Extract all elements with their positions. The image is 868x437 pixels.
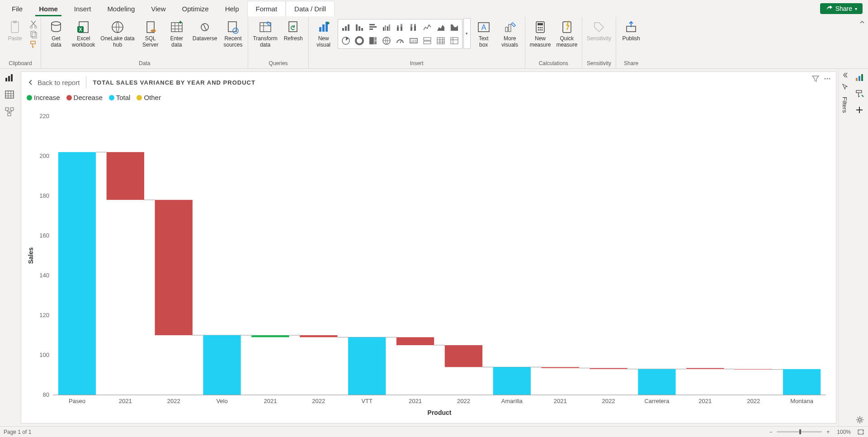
svg-rect-33 [389,24,390,31]
menu-tab-data-drill[interactable]: Data / Drill [286,1,335,16]
table-view-icon[interactable] [5,90,14,100]
gallery-multi-card-icon[interactable] [421,35,433,47]
enter-data-button[interactable]: Enter data [165,18,189,50]
bar-Velo[interactable] [203,335,241,395]
menu-tab-insert[interactable]: Insert [66,1,99,16]
gallery-card-icon[interactable]: 123 [408,35,420,47]
svg-rect-71 [5,91,14,98]
bar-2021[interactable] [251,335,289,337]
menu-tab-modeling[interactable]: Modeling [99,1,143,16]
gallery-area-chart-icon[interactable] [435,21,447,33]
cut-icon[interactable] [29,20,38,29]
zoom-slider[interactable] [777,431,822,432]
format-painter-icon[interactable] [29,40,38,49]
svg-rect-72 [5,108,9,110]
visualizations-pane-icon[interactable] [854,72,864,82]
onelake-icon [110,20,125,34]
svg-rect-56 [505,27,508,32]
gallery-donut-icon[interactable] [354,35,365,47]
get-data-button[interactable]: Get data [44,18,68,50]
bar-2022[interactable] [300,335,337,337]
gallery-100-stacked-icon[interactable] [408,21,420,33]
transform-data-button[interactable]: Transform data [251,18,279,50]
more-options-icon[interactable] [823,75,831,83]
onelake-button[interactable]: OneLake data hub [99,18,136,50]
bar-2021[interactable] [542,367,579,368]
legend-total[interactable]: Total [109,94,131,101]
gallery-line-chart-icon[interactable] [421,21,433,33]
menu-tab-home[interactable]: Home [31,1,66,16]
group-label-clipboard: Clipboard [3,59,38,67]
svg-text:2021: 2021 [554,398,567,404]
svg-text:123: 123 [411,39,416,43]
bar-2021[interactable] [686,368,724,369]
bar-Montana[interactable] [783,369,821,395]
sensitivity-button[interactable]: Sensitivity [585,18,613,43]
menu-tab-format[interactable]: Format [247,1,286,16]
bar-Amarilla[interactable] [493,367,531,395]
gallery-map-icon[interactable] [381,35,392,47]
sql-server-button[interactable]: SQL Server [138,18,163,50]
back-to-report-button[interactable]: Back to report [28,79,80,86]
recent-sources-button[interactable]: Recent sources [221,18,245,50]
menu-tab-optimize[interactable]: Optimize [174,1,217,16]
fit-to-page-icon[interactable] [857,428,864,436]
share-button[interactable]: Share ▾ [820,3,863,14]
settings-gear-icon[interactable] [855,415,864,424]
paste-button[interactable]: Paste [3,18,27,43]
gallery-stacked-bar-icon[interactable] [340,21,352,33]
ribbon-group-sensitivity: Sensitivity Sensitivity [582,17,616,68]
gallery-gauge-icon[interactable] [394,35,406,47]
menu-tab-file[interactable]: File [4,1,31,16]
legend-decrease[interactable]: Decrease [66,94,103,101]
gallery-pie-icon[interactable] [340,35,352,47]
menu-tab-view[interactable]: View [143,1,174,16]
bar-VTT[interactable] [348,337,386,395]
bar-2022[interactable] [445,345,482,367]
quick-measure-button[interactable]: Quick measure [554,18,579,50]
new-measure-button[interactable]: New measure [528,18,553,50]
bar-2021[interactable] [107,152,144,200]
model-view-icon[interactable] [5,107,14,117]
gallery-expand-button[interactable]: ▾ [463,18,471,49]
gallery-column-chart-icon[interactable] [354,21,365,33]
zoom-in-button[interactable]: + [825,429,831,435]
gallery-treemap-icon[interactable] [367,35,379,47]
ribbon-collapse-button[interactable] [859,19,865,25]
report-view-icon[interactable] [5,72,14,82]
more-visuals-button[interactable]: More visuals [498,18,522,50]
text-box-button[interactable]: A Text box [472,18,496,50]
add-pane-icon[interactable] [854,105,864,115]
waterfall-chart[interactable]: 80100120140160180200220SalesPaseo2021202… [27,112,830,418]
dataverse-button[interactable]: Dataverse [191,18,219,43]
bar-2022[interactable] [590,368,627,369]
gallery-table-icon[interactable] [435,35,447,47]
svg-rect-57 [509,24,511,32]
gallery-matrix-icon[interactable] [448,35,460,47]
chevron-up-icon [859,19,865,25]
bar-2022[interactable] [155,200,193,335]
refresh-button[interactable]: Refresh [281,18,306,43]
bar-Carretera[interactable] [638,369,675,395]
copy-icon[interactable] [29,30,38,39]
filters-pane-collapsed[interactable]: Filters [838,69,851,426]
bar-Paseo[interactable] [58,152,96,395]
filter-icon[interactable] [811,75,820,83]
publish-button[interactable]: Publish [619,18,643,43]
more-visuals-label: More visuals [501,35,518,48]
new-visual-button[interactable]: New visual [311,18,336,50]
bar-2022[interactable] [735,369,772,370]
format-pane-icon[interactable] [854,89,864,99]
legend-increase[interactable]: Increase [27,94,60,101]
legend-other[interactable]: Other [137,94,161,101]
gallery-ribbon-chart-icon[interactable] [448,21,460,33]
clipboard-icon [8,20,22,34]
report-canvas[interactable]: Back to report TOTAL SALES VARIANCE BY Y… [21,71,836,423]
menu-tab-help[interactable]: Help [217,1,247,16]
gallery-stacked-column-icon[interactable] [394,21,406,33]
zoom-out-button[interactable]: − [767,429,774,435]
excel-workbook-button[interactable]: X Excel workbook [70,18,97,50]
gallery-clustered-bar-icon[interactable] [367,21,379,33]
gallery-clustered-column-icon[interactable] [381,21,392,33]
bar-2021[interactable] [396,337,434,345]
